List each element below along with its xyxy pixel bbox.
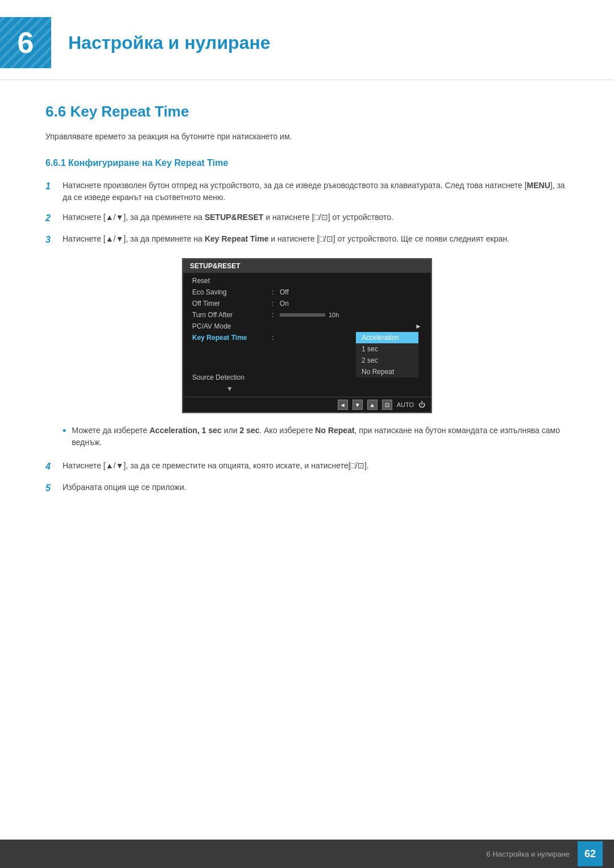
steps-list: 1 Натиснете произволен бутон отпред на у… [45,180,569,247]
bullet-text: Можете да изберете Acceleration, 1 sec и… [72,425,569,448]
step-2-number: 2 [45,211,63,225]
step-3-text: Натиснете [▲/▼], за да преминете на Key … [63,233,569,245]
screen-row-eco: Eco Saving : Off [183,286,431,298]
chapter-title: Настройка и нулиране [68,32,271,53]
toolbar-btn-down: ▼ [352,400,363,410]
pcav-label: PC/AV Mode [192,322,272,330]
screen-row-pcav: PC/AV Mode ► [183,321,431,332]
step-1-number: 1 [45,180,63,193]
bullet-dot: • [63,425,66,438]
dropdown-1sec: 1 sec [356,343,418,355]
step-3: 3 Натиснете [▲/▼], за да преминете на Ke… [45,233,569,247]
toolbar-btn-enter: ⊡ [382,400,392,410]
step-5-number: 5 [45,481,63,495]
turnoff-label: Turn Off After [192,311,272,319]
screen-row-more: ▼ [183,383,431,394]
offtimer-value: On [280,300,422,308]
step-5: 5 Избраната опция ще се приложи. [45,481,569,495]
chapter-header: 6 Настройка и нулиране [0,0,614,80]
screen-row-turnoff: Turn Off After : 10h [183,309,431,321]
step-5-text: Избраната опция ще се приложи. [63,481,569,493]
footer-page-number: 62 [578,841,603,866]
subsection-title: 6.6.1 Конфигуриране на Key Repeat Time [45,158,569,168]
dropdown-acceleration: Acceleration [356,332,418,343]
key-repeat-row-container: Key Repeat Time : Acceleration 1 sec 2 s… [183,332,431,343]
progress-bar [280,313,325,317]
eco-value: Off [280,288,422,296]
toolbar-power-icon: ⏻ [418,401,425,409]
dropdown-2sec: 2 sec [356,355,418,366]
screen-row-reset: Reset [183,275,431,286]
reset-label: Reset [192,277,272,285]
step-4-text: Натиснете [▲/▼], за да се преместите на … [63,460,569,472]
toolbar-auto-label: AUTO [397,401,414,408]
screen-toolbar: ◄ ▼ ▲ ⊡ AUTO ⏻ [183,397,431,412]
more-arrow: ▼ [226,385,233,393]
screen-wrapper: SETUP&RESET Reset Eco Saving : Off Off T… [45,258,569,413]
turnoff-value: 10h [280,312,422,318]
step-3-number: 3 [45,233,63,247]
chapter-number: 6 [18,26,34,60]
source-label: Source Detection [192,373,272,381]
bullet-list: • Можете да изберете Acceleration, 1 sec… [63,425,569,448]
step-2-text: Натиснете [▲/▼], за да преминете на SETU… [63,211,569,223]
toolbar-btn-left: ◄ [338,400,348,410]
section-number: 6.6 [45,103,66,120]
step-1-text: Натиснете произволен бутон отпред на уст… [63,180,569,203]
main-content: 6.6 Key Repeat Time Управлявате времето … [0,103,614,552]
eco-label: Eco Saving [192,288,272,296]
step-4: 4 Натиснете [▲/▼], за да се преместите н… [45,460,569,474]
section-intro: Управлявате времето за реакция на бутони… [45,132,569,141]
steps-continued-list: 4 Натиснете [▲/▼], за да се преместите н… [45,460,569,495]
screen-title-bar: SETUP&RESET [183,259,431,273]
step-2: 2 Натиснете [▲/▼], за да преминете на SE… [45,211,569,225]
setup-screen: SETUP&RESET Reset Eco Saving : Off Off T… [182,258,432,413]
keyrepeat-label: Key Repeat Time [192,334,272,342]
chapter-number-block: 6 [0,17,51,68]
screen-row-offtimer: Off Timer : On [183,298,431,309]
screen-body: Reset Eco Saving : Off Off Timer : On [183,273,431,397]
section-heading: Key Repeat Time [70,103,189,120]
bullet-item-1: • Можете да изберете Acceleration, 1 sec… [63,425,569,448]
dropdown-norepeat: No Repeat [356,366,418,377]
page-footer: 6 Настройка и нулиране 62 [0,840,614,868]
toolbar-btn-up: ▲ [367,400,377,410]
step-4-number: 4 [45,460,63,474]
section-title: 6.6 Key Repeat Time [45,103,569,121]
subsection-number: 6.6.1 [45,158,66,168]
step-1: 1 Натиснете произволен бутон отпред на у… [45,180,569,203]
dropdown-menu: Acceleration 1 sec 2 sec No Repeat [356,332,418,377]
offtimer-label: Off Timer [192,300,272,308]
subsection-heading: Конфигуриране на Key Repeat Time [68,158,228,168]
footer-chapter-text: 6 Настройка и нулиране [487,850,570,858]
